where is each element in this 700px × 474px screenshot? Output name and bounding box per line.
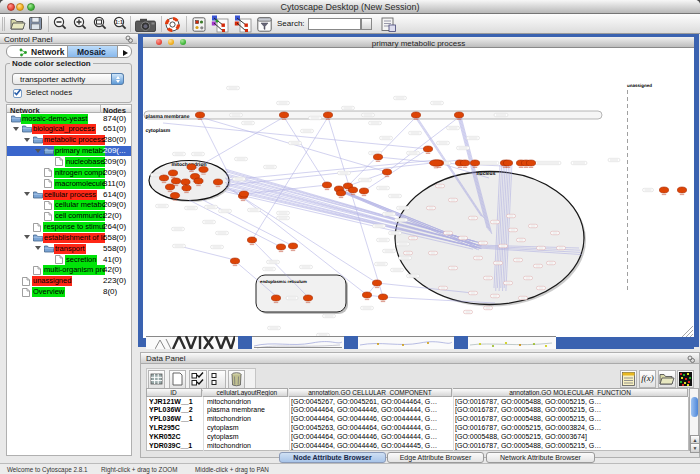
svg-text:unassigned: unassigned [627,83,652,88]
svg-text:nucleus: nucleus [477,171,496,177]
svg-text:cytoplasm: cytoplasm [146,128,171,134]
svg-text:endoplasmic reticulum: endoplasmic reticulum [260,279,307,284]
svg-text:plasma membrane: plasma membrane [146,114,190,120]
svg-text:1:1: 1:1 [115,19,123,25]
